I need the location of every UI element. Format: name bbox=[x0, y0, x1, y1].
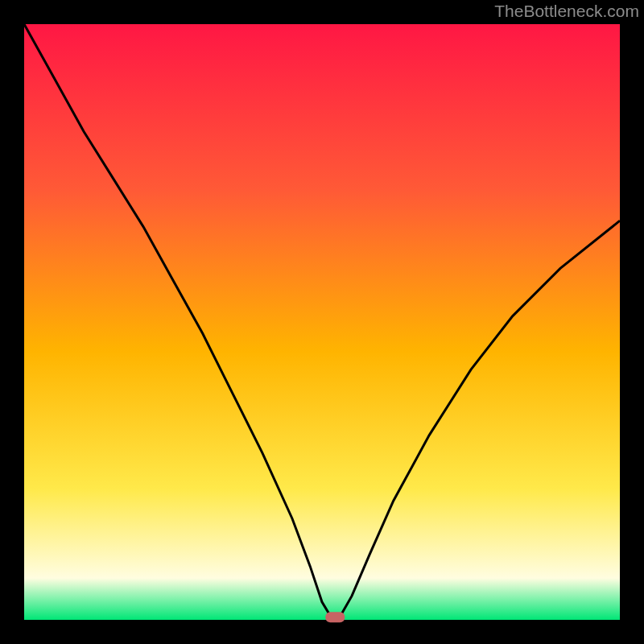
chart-svg bbox=[0, 0, 644, 644]
bottleneck-chart: TheBottleneck.com bbox=[0, 0, 644, 644]
plot-area bbox=[24, 24, 620, 620]
watermark: TheBottleneck.com bbox=[494, 2, 639, 21]
optimal-point-marker bbox=[325, 612, 345, 622]
